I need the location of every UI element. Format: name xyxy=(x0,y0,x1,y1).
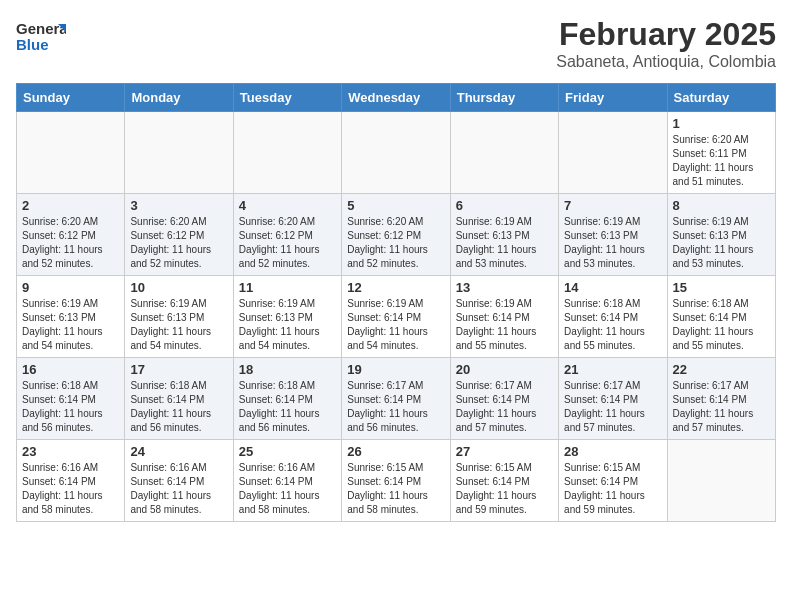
day-number: 8 xyxy=(673,198,770,213)
weekday-header-saturday: Saturday xyxy=(667,84,775,112)
calendar-cell: 2Sunrise: 6:20 AM Sunset: 6:12 PM Daylig… xyxy=(17,194,125,276)
calendar-cell: 3Sunrise: 6:20 AM Sunset: 6:12 PM Daylig… xyxy=(125,194,233,276)
day-info: Sunrise: 6:16 AM Sunset: 6:14 PM Dayligh… xyxy=(22,461,119,517)
day-info: Sunrise: 6:20 AM Sunset: 6:12 PM Dayligh… xyxy=(239,215,336,271)
weekday-header-thursday: Thursday xyxy=(450,84,558,112)
day-info: Sunrise: 6:17 AM Sunset: 6:14 PM Dayligh… xyxy=(673,379,770,435)
title-block: February 2025 Sabaneta, Antioquia, Colom… xyxy=(556,16,776,71)
page-header: General Blue February 2025 Sabaneta, Ant… xyxy=(16,16,776,71)
day-info: Sunrise: 6:20 AM Sunset: 6:11 PM Dayligh… xyxy=(673,133,770,189)
calendar-title: February 2025 xyxy=(556,16,776,53)
calendar-cell: 1Sunrise: 6:20 AM Sunset: 6:11 PM Daylig… xyxy=(667,112,775,194)
calendar-cell xyxy=(125,112,233,194)
day-info: Sunrise: 6:18 AM Sunset: 6:14 PM Dayligh… xyxy=(564,297,661,353)
day-info: Sunrise: 6:16 AM Sunset: 6:14 PM Dayligh… xyxy=(130,461,227,517)
day-info: Sunrise: 6:19 AM Sunset: 6:13 PM Dayligh… xyxy=(130,297,227,353)
day-number: 7 xyxy=(564,198,661,213)
day-info: Sunrise: 6:17 AM Sunset: 6:14 PM Dayligh… xyxy=(347,379,444,435)
day-info: Sunrise: 6:19 AM Sunset: 6:13 PM Dayligh… xyxy=(22,297,119,353)
calendar-cell: 13Sunrise: 6:19 AM Sunset: 6:14 PM Dayli… xyxy=(450,276,558,358)
calendar-cell: 26Sunrise: 6:15 AM Sunset: 6:14 PM Dayli… xyxy=(342,440,450,522)
calendar-cell: 20Sunrise: 6:17 AM Sunset: 6:14 PM Dayli… xyxy=(450,358,558,440)
day-number: 5 xyxy=(347,198,444,213)
week-row-5: 23Sunrise: 6:16 AM Sunset: 6:14 PM Dayli… xyxy=(17,440,776,522)
calendar-cell: 23Sunrise: 6:16 AM Sunset: 6:14 PM Dayli… xyxy=(17,440,125,522)
calendar-cell: 18Sunrise: 6:18 AM Sunset: 6:14 PM Dayli… xyxy=(233,358,341,440)
calendar-cell xyxy=(342,112,450,194)
day-number: 22 xyxy=(673,362,770,377)
day-number: 25 xyxy=(239,444,336,459)
day-number: 20 xyxy=(456,362,553,377)
day-info: Sunrise: 6:19 AM Sunset: 6:13 PM Dayligh… xyxy=(239,297,336,353)
calendar-cell xyxy=(667,440,775,522)
calendar-subtitle: Sabaneta, Antioquia, Colombia xyxy=(556,53,776,71)
calendar-cell: 11Sunrise: 6:19 AM Sunset: 6:13 PM Dayli… xyxy=(233,276,341,358)
day-info: Sunrise: 6:15 AM Sunset: 6:14 PM Dayligh… xyxy=(456,461,553,517)
day-info: Sunrise: 6:18 AM Sunset: 6:14 PM Dayligh… xyxy=(673,297,770,353)
week-row-3: 9Sunrise: 6:19 AM Sunset: 6:13 PM Daylig… xyxy=(17,276,776,358)
calendar-cell: 21Sunrise: 6:17 AM Sunset: 6:14 PM Dayli… xyxy=(559,358,667,440)
weekday-header-sunday: Sunday xyxy=(17,84,125,112)
calendar-cell: 7Sunrise: 6:19 AM Sunset: 6:13 PM Daylig… xyxy=(559,194,667,276)
day-info: Sunrise: 6:16 AM Sunset: 6:14 PM Dayligh… xyxy=(239,461,336,517)
calendar-cell xyxy=(559,112,667,194)
day-info: Sunrise: 6:15 AM Sunset: 6:14 PM Dayligh… xyxy=(564,461,661,517)
weekday-header-monday: Monday xyxy=(125,84,233,112)
day-number: 6 xyxy=(456,198,553,213)
day-number: 19 xyxy=(347,362,444,377)
day-info: Sunrise: 6:19 AM Sunset: 6:14 PM Dayligh… xyxy=(456,297,553,353)
day-info: Sunrise: 6:19 AM Sunset: 6:13 PM Dayligh… xyxy=(456,215,553,271)
day-number: 23 xyxy=(22,444,119,459)
calendar-cell: 27Sunrise: 6:15 AM Sunset: 6:14 PM Dayli… xyxy=(450,440,558,522)
day-number: 2 xyxy=(22,198,119,213)
day-info: Sunrise: 6:15 AM Sunset: 6:14 PM Dayligh… xyxy=(347,461,444,517)
day-number: 11 xyxy=(239,280,336,295)
calendar-cell: 16Sunrise: 6:18 AM Sunset: 6:14 PM Dayli… xyxy=(17,358,125,440)
day-info: Sunrise: 6:18 AM Sunset: 6:14 PM Dayligh… xyxy=(239,379,336,435)
day-number: 16 xyxy=(22,362,119,377)
calendar-table: SundayMondayTuesdayWednesdayThursdayFrid… xyxy=(16,83,776,522)
calendar-cell: 22Sunrise: 6:17 AM Sunset: 6:14 PM Dayli… xyxy=(667,358,775,440)
day-info: Sunrise: 6:19 AM Sunset: 6:13 PM Dayligh… xyxy=(564,215,661,271)
day-info: Sunrise: 6:19 AM Sunset: 6:14 PM Dayligh… xyxy=(347,297,444,353)
day-info: Sunrise: 6:17 AM Sunset: 6:14 PM Dayligh… xyxy=(564,379,661,435)
calendar-cell: 17Sunrise: 6:18 AM Sunset: 6:14 PM Dayli… xyxy=(125,358,233,440)
calendar-cell: 8Sunrise: 6:19 AM Sunset: 6:13 PM Daylig… xyxy=(667,194,775,276)
calendar-cell xyxy=(233,112,341,194)
day-number: 26 xyxy=(347,444,444,459)
calendar-cell: 10Sunrise: 6:19 AM Sunset: 6:13 PM Dayli… xyxy=(125,276,233,358)
calendar-cell: 12Sunrise: 6:19 AM Sunset: 6:14 PM Dayli… xyxy=(342,276,450,358)
logo: General Blue xyxy=(16,16,66,58)
week-row-4: 16Sunrise: 6:18 AM Sunset: 6:14 PM Dayli… xyxy=(17,358,776,440)
day-number: 10 xyxy=(130,280,227,295)
day-number: 14 xyxy=(564,280,661,295)
weekday-header-wednesday: Wednesday xyxy=(342,84,450,112)
day-number: 12 xyxy=(347,280,444,295)
day-number: 15 xyxy=(673,280,770,295)
day-info: Sunrise: 6:19 AM Sunset: 6:13 PM Dayligh… xyxy=(673,215,770,271)
calendar-cell: 9Sunrise: 6:19 AM Sunset: 6:13 PM Daylig… xyxy=(17,276,125,358)
calendar-cell: 5Sunrise: 6:20 AM Sunset: 6:12 PM Daylig… xyxy=(342,194,450,276)
day-number: 28 xyxy=(564,444,661,459)
svg-text:Blue: Blue xyxy=(16,36,49,53)
calendar-cell: 25Sunrise: 6:16 AM Sunset: 6:14 PM Dayli… xyxy=(233,440,341,522)
calendar-cell: 28Sunrise: 6:15 AM Sunset: 6:14 PM Dayli… xyxy=(559,440,667,522)
calendar-cell: 6Sunrise: 6:19 AM Sunset: 6:13 PM Daylig… xyxy=(450,194,558,276)
calendar-cell: 14Sunrise: 6:18 AM Sunset: 6:14 PM Dayli… xyxy=(559,276,667,358)
weekday-header-friday: Friday xyxy=(559,84,667,112)
week-row-2: 2Sunrise: 6:20 AM Sunset: 6:12 PM Daylig… xyxy=(17,194,776,276)
day-number: 1 xyxy=(673,116,770,131)
day-number: 24 xyxy=(130,444,227,459)
calendar-cell xyxy=(17,112,125,194)
day-number: 9 xyxy=(22,280,119,295)
day-number: 3 xyxy=(130,198,227,213)
svg-text:General: General xyxy=(16,20,66,37)
day-info: Sunrise: 6:18 AM Sunset: 6:14 PM Dayligh… xyxy=(22,379,119,435)
day-info: Sunrise: 6:18 AM Sunset: 6:14 PM Dayligh… xyxy=(130,379,227,435)
week-row-1: 1Sunrise: 6:20 AM Sunset: 6:11 PM Daylig… xyxy=(17,112,776,194)
weekday-header-tuesday: Tuesday xyxy=(233,84,341,112)
day-info: Sunrise: 6:17 AM Sunset: 6:14 PM Dayligh… xyxy=(456,379,553,435)
logo-icon: General Blue xyxy=(16,16,66,58)
day-info: Sunrise: 6:20 AM Sunset: 6:12 PM Dayligh… xyxy=(22,215,119,271)
weekday-header-row: SundayMondayTuesdayWednesdayThursdayFrid… xyxy=(17,84,776,112)
